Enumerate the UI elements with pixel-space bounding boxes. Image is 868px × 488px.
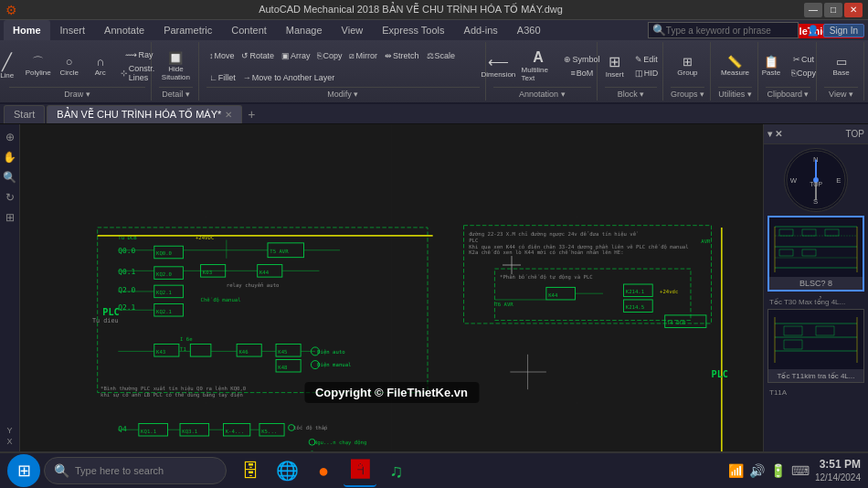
draw-buttons: ╱ Line ⌒ Polyline ○ Circle ∩ Arc ⟿ (0, 42, 162, 87)
move-to-layer-button[interactable]: →Move to Another Layer (240, 72, 338, 83)
tab-content[interactable]: Content (222, 20, 276, 40)
taskbar-media[interactable]: ♫ (380, 454, 413, 487)
cad-canvas-area[interactable]: [-][Top][2D Wireframe] PLC Tu dieu Q0.0 … (20, 124, 763, 453)
groups-group-label: Groups ▾ (671, 87, 704, 101)
edit-block-button[interactable]: ✎ Edit (631, 53, 662, 66)
move-button[interactable]: ↕Move (206, 50, 238, 61)
hide-situation-button[interactable]: 🔲 HideSituation (158, 50, 194, 83)
zoom-button[interactable]: 🔍 (1, 168, 19, 186)
hid-icon: ◫ (635, 69, 643, 78)
array-icon: ▣ (281, 51, 290, 60)
paste-button[interactable]: 📋 Paste (757, 54, 786, 79)
right-panel-label2: T11A (767, 387, 864, 398)
tab-parametric[interactable]: Parametric (154, 20, 221, 40)
base-button[interactable]: ▭ Base (827, 54, 856, 79)
group-icon: ⊞ (683, 56, 693, 68)
system-clock[interactable]: 3:51 PM 12/14/2024 (815, 457, 861, 485)
close-button[interactable]: ✕ (844, 3, 863, 17)
tab-view[interactable]: View (333, 20, 373, 40)
start-button[interactable]: ⊞ (7, 454, 40, 487)
circle-icon: ○ (66, 56, 73, 68)
thumbnail-2-image (768, 310, 863, 369)
pan-button[interactable]: ✋ (1, 148, 19, 166)
right-panel-content[interactable]: N E S W TOP (764, 144, 868, 453)
stretch-button[interactable]: ⇹Stretch (382, 50, 422, 61)
orbit-button[interactable]: ↻ (1, 188, 19, 207)
search-icon: 🔍 (652, 24, 666, 37)
zoom-extents-button[interactable]: ⊕ (1, 128, 19, 146)
ribbon-group-groups: ⊞ Group Groups ▾ (665, 42, 711, 101)
taskbar-edge[interactable]: 🌐 (270, 454, 303, 487)
tab-express[interactable]: Express Tools (373, 20, 453, 40)
group-button[interactable]: ⊞ Group (672, 54, 702, 79)
svg-text:K43: K43 (156, 349, 165, 355)
windows-taskbar: ⊞ 🔍 Type here to search 🗄 🌐 ● 🅰 ♫ 📶 🔊 🔋 … (0, 451, 868, 488)
tab-addins[interactable]: Add-ins (455, 20, 507, 40)
maximize-button[interactable]: □ (824, 3, 842, 17)
fillet-button[interactable]: ∟Fillet (206, 72, 238, 83)
tab-insert[interactable]: Insert (51, 20, 95, 40)
tab-manage[interactable]: Manage (277, 20, 332, 40)
svg-text:AVR: AVR (701, 239, 711, 244)
clock-date: 12/14/2024 (815, 472, 861, 484)
search-box-placeholder: Type here to search (75, 465, 164, 476)
compass[interactable]: N E S W TOP (784, 148, 848, 212)
document-tab-bar: Start BẢN VẼ CHU TRÌNH HÓA TỐ MÁY* ✕ + (0, 104, 868, 124)
cut-button[interactable]: ✂ Cut (788, 53, 820, 66)
line-button[interactable]: ╱ Line (0, 52, 22, 81)
dimension-button[interactable]: ⟵ Dimension (481, 53, 515, 80)
volume-icon[interactable]: 🔊 (749, 463, 765, 478)
svg-text:T5 AVR: T5 AVR (270, 249, 289, 254)
tab-annotate[interactable]: Annotate (95, 20, 153, 40)
keyboard-icon[interactable]: ⌨ (791, 463, 810, 478)
taskbar-file-explorer[interactable]: 🗄 (234, 454, 267, 487)
rotate-button[interactable]: ↺Rotate (238, 50, 277, 61)
tab-close-button[interactable]: ✕ (225, 110, 232, 120)
mirror-icon: ⧄ (349, 51, 355, 61)
circle-button[interactable]: ○ Circle (55, 54, 84, 79)
svg-text:*Phần bố chế độ tự động và PLC: *Phần bố chế độ tự động và PLC (500, 274, 593, 281)
copy-button[interactable]: ⎘Copy (314, 50, 344, 61)
3d-nav-button[interactable]: ⊞ (1, 208, 19, 227)
copy-clip-button[interactable]: ⎘ Copy (788, 67, 820, 80)
thumbnail-1-image (769, 217, 863, 277)
insert-button[interactable]: ⊞ Insert (600, 53, 630, 80)
thumbnail-2[interactable]: Tốc T11kim tra tốc 4L... (767, 309, 864, 383)
taskbar-chrome[interactable]: ● (307, 454, 340, 487)
thumbnail-1[interactable]: BLSC? 8 (767, 216, 864, 292)
polyline-button[interactable]: ⌒ Polyline (24, 54, 53, 79)
taskbar-autocad[interactable]: 🅰 (344, 454, 376, 487)
svg-text:T6 AVR: T6 AVR (494, 302, 513, 307)
multiline-text-button[interactable]: A Multiline Text (518, 48, 559, 84)
svg-text:K45: K45 (278, 349, 287, 355)
search-bar[interactable]: 🔍 (648, 22, 799, 38)
taskbar-search[interactable]: 🔍 Type here to search (44, 457, 227, 484)
tab-start[interactable]: Start (4, 105, 45, 123)
tab-a360[interactable]: A360 (508, 20, 550, 40)
minimize-button[interactable]: — (804, 3, 822, 17)
scale-button[interactable]: ⚖Scale (424, 50, 459, 61)
array-button[interactable]: ▣Array (279, 50, 313, 61)
axis-indicator: Y X (6, 422, 12, 450)
draw-group-label: Draw ▾ (9, 87, 145, 101)
mirror-button[interactable]: ⧄Mirror (346, 50, 380, 62)
sign-in-button[interactable]: Sign In (823, 24, 864, 37)
measure-button[interactable]: 📏 Measure (717, 54, 753, 79)
new-tab-button[interactable]: + (244, 107, 259, 122)
symbol-icon: ⊕ (564, 55, 571, 64)
arc-button[interactable]: ∩ Arc (86, 54, 115, 79)
symbol-button[interactable]: ⊕ Symbol (560, 53, 603, 66)
construction-icon: ⊹ (121, 69, 128, 78)
right-panel: ▾ ✕ TOP N E S W TOP (763, 124, 868, 453)
network-icon[interactable]: 📶 (728, 463, 744, 478)
main-layout: ⊕ ✋ 🔍 ↻ ⊞ Y X [-][Top][2D Wireframe] (0, 124, 868, 453)
copy-clip-icon: ⎘ (791, 69, 796, 78)
hid-button[interactable]: ◫ HID (631, 67, 662, 80)
search-input[interactable] (666, 26, 794, 36)
svg-text:K2a chế đô xen lò K44 mới có c: K2a chế đô xen lò K44 mới có chế hoán nh… (469, 249, 623, 255)
tab-drawing[interactable]: BẢN VẼ CHU TRÌNH HÓA TỐ MÁY* ✕ (47, 105, 242, 123)
clock-time: 3:51 PM (815, 457, 861, 472)
bom-button[interactable]: ≡BoM (560, 67, 603, 80)
battery-icon[interactable]: 🔋 (770, 463, 786, 478)
tab-home[interactable]: Home (4, 20, 50, 40)
